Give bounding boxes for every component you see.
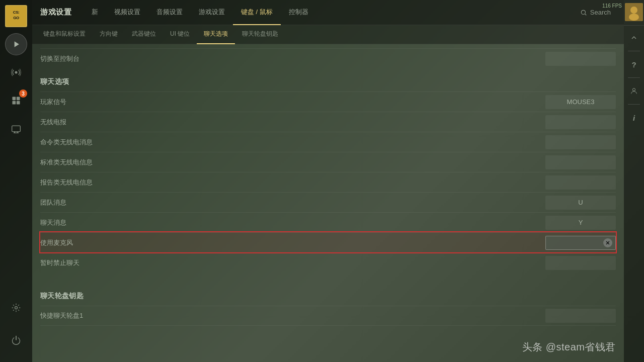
svg-point-17 [581,10,585,14]
subtab-direction[interactable]: 方向键 [93,25,125,44]
radio-label: 无线电报 [40,118,545,127]
chatwheel-section-header: 聊天轮盘钥匙 [40,283,616,306]
tab-audio[interactable]: 音频设置 [148,0,191,25]
svg-point-15 [629,14,639,21]
console-value[interactable] [545,52,616,66]
user-icon[interactable] [627,84,641,98]
setting-row-team-msg: 团队消息 U [40,192,616,212]
report-radio-label: 报告类无线电信息 [40,178,545,187]
top-navigation: 游戏设置 新 视频设置 音频设置 游戏设置 键盘 / 鼠标 控制器 Search [32,0,624,25]
tab-video[interactable]: 视频设置 [106,0,148,25]
subtab-keyboard[interactable]: 键盘和鼠标设置 [36,25,93,44]
setting-row-command-radio: 命令类无线电消息 [40,132,616,152]
signal-button[interactable] [5,61,27,83]
user-avatar[interactable] [625,3,643,21]
svg-text:GO: GO [13,16,19,20]
team-msg-value[interactable]: U [545,196,616,210]
mute-chat-value[interactable] [545,256,616,270]
standard-radio-value[interactable] [545,155,616,169]
csgo-logo-text: CS: GO [5,5,27,27]
settings-button[interactable] [5,297,27,319]
quick-chat1-value[interactable] [545,309,616,323]
microphone-input[interactable] [545,236,616,250]
chat-msg-value[interactable]: Y [545,216,616,230]
play-button[interactable] [5,33,27,55]
report-radio-value[interactable] [545,175,616,190]
page-title: 游戏设置 [40,8,71,17]
tab-keybind[interactable]: 键盘 / 鼠标 [233,0,281,25]
radio-value[interactable] [545,115,616,129]
main-content: 游戏设置 新 视频设置 音频设置 游戏设置 键盘 / 鼠标 控制器 Search… [32,0,624,362]
command-radio-value[interactable] [545,135,616,149]
search-label: Search [590,9,611,16]
svg-point-14 [630,7,637,14]
tab-game[interactable]: 游戏设置 [191,0,233,25]
command-radio-label: 命令类无线电消息 [40,138,545,147]
watermark: 头条 @steam省钱君 [522,340,616,354]
setting-row-mute-chat: 暂时禁止聊天 [40,252,616,273]
settings-section-main: 切换至控制台 聊天选项 玩家信号 MOUSE3 无线电报 命令类无线电消息 [32,48,624,326]
mute-chat-label: 暂时禁止聊天 [40,258,545,267]
notifications-button[interactable]: 3 [5,89,27,112]
team-msg-label: 团队消息 [40,198,545,207]
setting-row-report-radio: 报告类无线电信息 [40,172,616,192]
svg-rect-5 [17,97,20,101]
setting-row-player-signal: 玩家信号 MOUSE3 [40,92,616,112]
setting-row-chat-msg: 聊天消息 Y [40,212,616,232]
quick-chat1-label: 快捷聊天轮盘1 [40,311,545,320]
setting-row-quick-chat1: 快捷聊天轮盘1 [40,306,616,326]
standard-radio-label: 标准类无线电信息 [40,158,545,167]
setting-row-radio: 无线电报 [40,112,616,132]
power-button[interactable] [5,329,27,351]
subtab-chat[interactable]: 聊天选项 [197,25,235,44]
svg-point-16 [632,88,635,91]
left-sidebar: CS: GO 3 [0,0,32,362]
svg-rect-7 [17,101,20,105]
tab-new[interactable]: 新 [84,0,106,25]
chat-msg-label: 聊天消息 [40,218,545,227]
notification-badge: 3 [19,89,27,98]
question-icon[interactable]: ? [627,57,641,71]
tv-button[interactable] [5,118,27,140]
svg-point-12 [15,307,18,309]
svg-rect-4 [13,97,16,101]
sub-navigation: 键盘和鼠标设置 方向键 武器键位 UI 键位 聊天选项 聊天轮盘钥匙 [32,25,624,44]
subtab-chatwheel[interactable]: 聊天轮盘钥匙 [235,25,285,44]
svg-text:CS:: CS: [13,10,19,15]
right-sidebar: ? i [624,0,644,362]
chat-section-header: 聊天选项 [40,68,616,92]
svg-point-3 [15,71,18,74]
svg-rect-6 [13,101,16,105]
tab-controller[interactable]: 控制器 [281,0,316,25]
app-logo[interactable]: CS: GO [4,4,28,28]
console-label: 切换至控制台 [40,54,545,63]
fps-counter: 116 FPS [602,3,622,9]
player-signal-value[interactable]: MOUSE3 [545,95,616,109]
subtab-ui[interactable]: UI 键位 [163,25,197,44]
svg-rect-8 [12,126,21,132]
clear-microphone-button[interactable] [603,238,612,247]
setting-row-standard-radio: 标准类无线电信息 [40,152,616,172]
console-row: 切换至控制台 [40,48,616,68]
info-icon[interactable]: i [627,111,641,125]
microphone-label: 使用麦克风 [40,238,545,247]
up-arrow-icon[interactable] [627,31,641,45]
subtab-weapon[interactable]: 武器键位 [125,25,163,44]
settings-content: 切换至控制台 聊天选项 玩家信号 MOUSE3 无线电报 命令类无线电消息 [32,44,624,362]
player-signal-label: 玩家信号 [40,98,545,107]
setting-row-microphone: 使用麦克风 [40,232,616,252]
search-icon [580,9,587,16]
svg-line-18 [585,14,586,15]
